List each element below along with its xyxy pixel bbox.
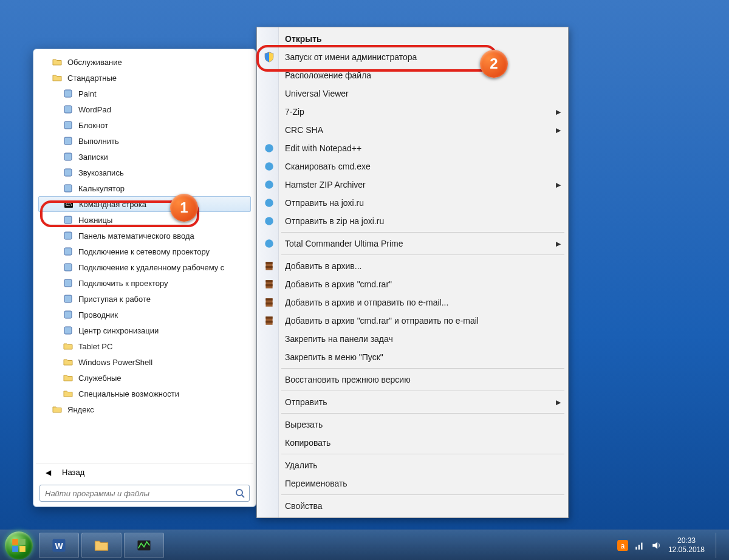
context-menu-item[interactable]: Запуск от имени администратора [258,48,567,66]
start-menu-item[interactable]: Служебные [38,370,251,386]
context-menu-item[interactable]: Копировать [258,434,567,452]
svg-rect-2 [64,121,72,129]
svg-point-24 [265,239,273,248]
start-menu-item[interactable]: Стандартные [38,70,251,86]
start-menu-item[interactable]: Проводник [38,307,251,323]
start-menu-item[interactable]: Центр синхронизации [38,323,251,338]
proj-icon [63,246,74,257]
start-menu-item[interactable]: Записки [38,149,251,165]
svg-rect-0 [64,90,72,97]
context-menu-item[interactable]: Total Commander Ultima Prime▶ [258,234,567,253]
context-menu-item[interactable]: Отправить в zip на joxi.ru [258,212,567,230]
search-input[interactable] [39,485,250,502]
svg-point-22 [265,199,273,207]
start-menu-item[interactable]: Ножницы [38,212,251,228]
context-menu-item[interactable]: Добавить в архив и отправить по e-mail..… [258,293,567,312]
context-menu-item[interactable]: Открыть [258,30,567,48]
context-menu-item[interactable]: Отправить▶ [258,393,567,411]
svg-rect-35 [265,316,272,318]
submenu-arrow-icon: ▶ [556,398,561,406]
start-menu-item-label: Панель математического ввода [78,231,194,241]
context-menu-separator [281,368,564,369]
context-menu-item[interactable]: Удалить [258,456,567,474]
context-menu-item[interactable]: Добавить в архив "cmd.rar" [258,275,567,293]
taskbar: W a 20:33 12.05.2018 [0,530,729,560]
start-menu-item[interactable]: Звукозапись [38,165,251,180]
start-menu-item[interactable]: Подключение к сетевому проектору [38,244,251,259]
cmd-icon: C:\ [63,199,74,210]
start-menu-item[interactable]: Специальные возможности [38,386,251,401]
svg-rect-5 [64,169,72,176]
npp-icon [264,143,275,154]
math-icon [63,230,74,241]
context-menu-separator [281,454,564,454]
context-menu-item[interactable]: Отправить на joxi.ru [258,194,567,212]
start-menu-item[interactable]: Подключить к проектору [38,275,251,291]
sticky-icon [63,151,74,162]
context-menu-item[interactable]: Hamster ZIP Archiver▶ [258,176,567,194]
volume-icon[interactable] [651,540,662,551]
svg-point-19 [265,144,273,152]
search-icon [235,488,245,498]
rar-icon [264,261,275,271]
shield-icon [264,52,275,63]
context-menu-item-label: Universal Viewer [285,89,349,98]
start-menu-item[interactable]: Калькулятор [38,180,251,196]
svg-rect-14 [64,295,72,302]
joxi-icon [264,197,275,208]
context-menu-item[interactable]: 7-Zip▶ [258,103,567,121]
context-menu-item-label: Отправить [285,397,327,407]
context-menu-item-label: Закрепить в меню "Пуск" [285,352,383,362]
context-menu-item-label: Сканировать cmd.exe [285,162,371,171]
tray-app-icon[interactable]: a [617,540,628,551]
network-icon[interactable] [634,540,645,551]
context-menu-item[interactable]: Universal Viewer [258,84,567,103]
start-menu-item[interactable]: C:\Командная строка [38,196,251,212]
start-menu-item[interactable]: Панель математического ввода [38,228,251,244]
context-menu-item[interactable]: Сканировать cmd.exe [258,157,567,176]
context-menu-item[interactable]: Расположение файла [258,66,567,84]
context-menu-item-label: Удалить [285,460,317,470]
start-menu-item[interactable]: Яндекс [38,401,251,417]
svg-rect-26 [265,262,272,264]
submenu-arrow-icon: ▶ [556,240,561,248]
context-menu-item[interactable]: Восстановить прежнюю версию [258,370,567,389]
start-menu-item[interactable]: Обслуживание [38,54,251,70]
start-menu-item[interactable]: WordPad [38,101,251,117]
taskbar-app-explorer[interactable] [81,533,122,558]
start-menu-item[interactable]: Блокнот [38,117,251,133]
start-menu-back[interactable]: ◀ Назад [36,463,253,481]
taskbar-app-word[interactable]: W [39,533,79,558]
svg-rect-11 [64,248,72,255]
start-menu-item[interactable]: Приступая к работе [38,291,251,307]
context-menu-item[interactable]: Переименовать [258,474,567,493]
context-menu-item-label: Вырезать [285,420,323,429]
start-button[interactable] [5,531,33,559]
folder-icon [52,404,63,415]
context-menu-item[interactable]: Добавить в архив "cmd.rar" и отправить п… [258,312,567,330]
context-menu-item[interactable]: Закрепить на панели задач [258,330,567,348]
start-menu-item-label: Проводник [78,310,118,319]
svg-text:W: W [55,541,63,550]
context-menu-item[interactable]: Edit with Notepad++ [258,139,567,157]
folder-icon [52,72,63,83]
svg-rect-47 [638,544,640,549]
context-menu-item[interactable]: Закрепить в меню "Пуск" [258,348,567,366]
start-menu-item[interactable]: Paint [38,86,251,101]
start-menu-item[interactable]: Подключение к удаленному рабочему с [38,259,251,275]
context-menu-item[interactable]: Добавить в архив... [258,257,567,275]
context-menu-item[interactable]: Свойства [258,497,567,515]
show-desktop-button[interactable] [716,533,724,558]
taskbar-clock[interactable]: 20:33 12.05.2018 [668,536,705,555]
taskbar-app-taskmgr[interactable] [124,533,164,558]
svg-rect-46 [635,547,637,550]
context-menu-item[interactable]: Вырезать [258,415,567,434]
start-menu-item-label: Выполнить [78,137,119,146]
start-menu-item[interactable]: Tablet PC [38,338,251,354]
start-menu-item[interactable]: Выполнить [38,133,251,149]
start-menu-item-label: Специальные возможности [78,389,179,398]
start-menu-item[interactable]: Windows PowerShell [38,354,251,370]
mic-icon [63,167,74,178]
context-menu-item[interactable]: CRC SHA▶ [258,121,567,139]
context-menu-item-label: Открыть [285,34,322,44]
